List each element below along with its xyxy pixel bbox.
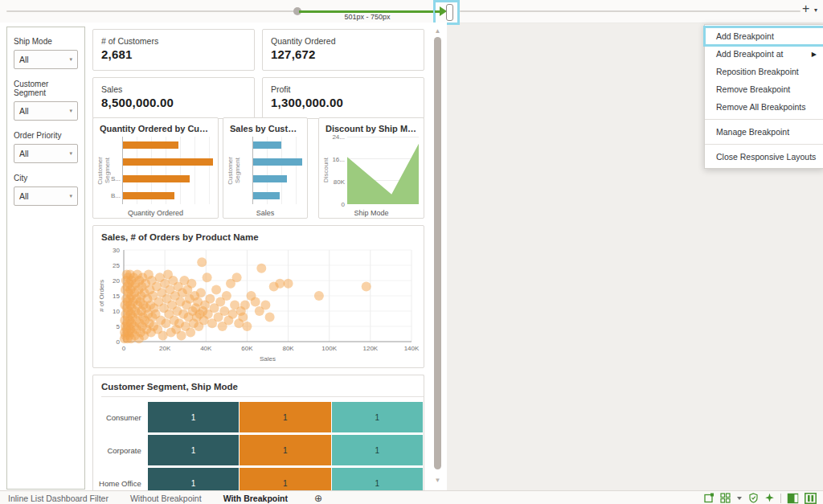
y-tick-label [241, 187, 252, 204]
scatter-point[interactable] [211, 285, 221, 294]
menu-item-label: Remove Breakpoint [716, 84, 790, 94]
heatmap-cell[interactable]: 1 [148, 468, 239, 490]
caret-down-icon[interactable] [736, 495, 743, 502]
heatmap-row-label: Home Office [93, 468, 148, 490]
menu-item-label: Remove All Breakpoints [716, 102, 805, 112]
scatter-point[interactable] [222, 291, 231, 301]
bar[interactable] [123, 192, 174, 199]
heatmap-cell[interactable]: 1 [332, 402, 423, 432]
kpi-label: Sales [101, 84, 254, 94]
responsive-layout-ruler: 501px - 750px + ▾ [0, 0, 823, 23]
scatter-point[interactable] [205, 294, 215, 304]
scatter-point[interactable] [314, 291, 324, 301]
breakpoint-handle[interactable] [446, 4, 453, 21]
bar[interactable] [123, 158, 213, 166]
bar[interactable] [253, 158, 302, 166]
kpi-label: # of Customers [101, 36, 254, 46]
scatter-point[interactable] [177, 330, 186, 340]
heatmap-cell[interactable]: 1 [148, 402, 239, 432]
scatter-point[interactable] [161, 318, 170, 328]
ruler-menu-caret-icon[interactable]: ▾ [814, 6, 817, 14]
add-breakpoint-plus-icon[interactable]: + [802, 2, 809, 15]
scatter-point[interactable] [242, 322, 252, 331]
chart-title: Sales by Custome... [230, 124, 301, 133]
scatter-point[interactable] [186, 279, 196, 289]
canvas-properties-icon[interactable] [704, 493, 714, 503]
kpi-card-sales[interactable]: Sales 8,500,000.00 [92, 77, 255, 119]
heatmap-cell[interactable]: 1 [332, 468, 423, 490]
y-tick-label: 80K [334, 178, 345, 186]
heatmap-row: Corporate111 [93, 435, 424, 465]
scatter-point[interactable] [186, 328, 195, 338]
heatmap-cell[interactable]: 1 [240, 402, 330, 432]
y-tick-label: 0 [117, 338, 121, 346]
add-canvas-icon[interactable]: ⊕ [314, 493, 322, 504]
shield-icon[interactable] [748, 493, 759, 503]
menu-item-reposition-breakpoint[interactable]: Reposition Breakpoint [705, 63, 823, 80]
scatter-point[interactable] [232, 272, 242, 282]
y-axis-ticks: S...B... [111, 137, 122, 204]
filter-dropdown-customer-segment[interactable]: All▾ [14, 101, 78, 121]
bar[interactable] [253, 141, 281, 149]
chart-segment-shipmode-heatmap[interactable]: Customer Segment, Ship Mode Consumer111C… [92, 375, 424, 490]
tab-without-breakpoint[interactable]: Without Breakpoint [130, 494, 202, 503]
menu-item-label: Close Responsive Layouts [716, 152, 816, 162]
filter-dropdown-order-priority[interactable]: All▾ [14, 144, 78, 163]
x-tick-label: 140K [404, 345, 420, 352]
tab-inline-list-dashboard-filter[interactable]: Inline List Dashboard Filter [8, 494, 109, 503]
filter-dropdown-city[interactable]: All▾ [14, 186, 78, 206]
scatter-point[interactable] [228, 309, 238, 319]
layout-preview-filled-icon[interactable] [787, 493, 799, 504]
menu-item-add-breakpoint[interactable]: Add Breakpoint [705, 27, 823, 45]
scatter-point[interactable] [238, 313, 248, 322]
scatter-point[interactable] [240, 300, 250, 309]
heatmap-cell[interactable]: 1 [240, 468, 330, 490]
scatter-point[interactable] [203, 272, 212, 282]
bottom-tabbar: Inline List Dashboard FilterWithout Brea… [0, 490, 823, 504]
chart-sales-by-segment[interactable]: Sales by Custome... CustomerSegmentSales [223, 117, 308, 219]
menu-item-remove-breakpoint[interactable]: Remove Breakpoint [705, 80, 823, 98]
scatter-point[interactable] [219, 306, 229, 316]
ruler-track-right[interactable] [460, 10, 800, 12]
scroll-down-icon[interactable]: ▼ [433, 477, 442, 484]
scatter-point[interactable] [362, 282, 371, 292]
scatter-point[interactable] [275, 279, 285, 289]
bar[interactable] [253, 192, 280, 199]
bar[interactable] [123, 141, 178, 149]
filter-dropdown-ship-mode[interactable]: All▾ [14, 50, 78, 69]
filter-selected-value: All [19, 55, 29, 64]
scatter-point[interactable] [265, 313, 275, 322]
scatter-point[interactable] [197, 257, 207, 267]
heatmap-cell[interactable]: 1 [148, 435, 239, 465]
menu-item-manage-breakpoint[interactable]: Manage Breakpoint [705, 123, 823, 141]
area-series[interactable] [347, 137, 419, 204]
menu-item-add-breakpoint-at[interactable]: Add Breakpoint at▶ [705, 45, 823, 63]
scatter-point[interactable] [256, 264, 266, 273]
heatmap-cell[interactable]: 1 [332, 435, 423, 465]
scroll-up-icon[interactable]: ▲ [433, 27, 442, 35]
kpi-card-quantity[interactable]: Quantity Ordered 127,672 [262, 29, 424, 71]
scatter-point[interactable] [196, 288, 206, 297]
menu-item-close-responsive-layouts[interactable]: Close Responsive Layouts [705, 148, 823, 166]
ruler-track-left[interactable] [6, 10, 296, 12]
tab-with-breakpoint[interactable]: With Breakpoint [223, 494, 288, 503]
bar[interactable] [253, 175, 287, 182]
scatter-point[interactable] [284, 279, 293, 289]
y-tick-label [241, 170, 252, 187]
bar-plot-area [122, 137, 213, 204]
grid-layout-icon[interactable] [720, 493, 731, 503]
chart-discount-by-shipmode[interactable]: Discount by Ship Mode Discount24...16...… [318, 117, 424, 219]
bar[interactable] [123, 175, 190, 182]
scatter-point[interactable] [158, 330, 168, 340]
kpi-card-customers[interactable]: # of Customers 2,681 [92, 29, 255, 71]
chart-quantity-by-segment[interactable]: Quantity Ordered by Cust... CustomerSegm… [92, 117, 219, 219]
heatmap-cell[interactable]: 1 [240, 435, 330, 465]
chart-sales-orders-scatter[interactable]: Sales, # of Orders by Product Name 05101… [92, 225, 424, 368]
menu-item-remove-all-breakpoints[interactable]: Remove All Breakpoints [705, 98, 823, 116]
scatter-point[interactable] [251, 297, 260, 307]
scatter-point[interactable] [260, 300, 270, 309]
sparkle-icon[interactable] [764, 493, 775, 503]
layout-preview-columns-icon[interactable] [805, 493, 817, 504]
scrollbar-thumb[interactable] [434, 37, 441, 469]
kpi-card-profit[interactable]: Profit 1,300,000.00 [262, 77, 424, 119]
